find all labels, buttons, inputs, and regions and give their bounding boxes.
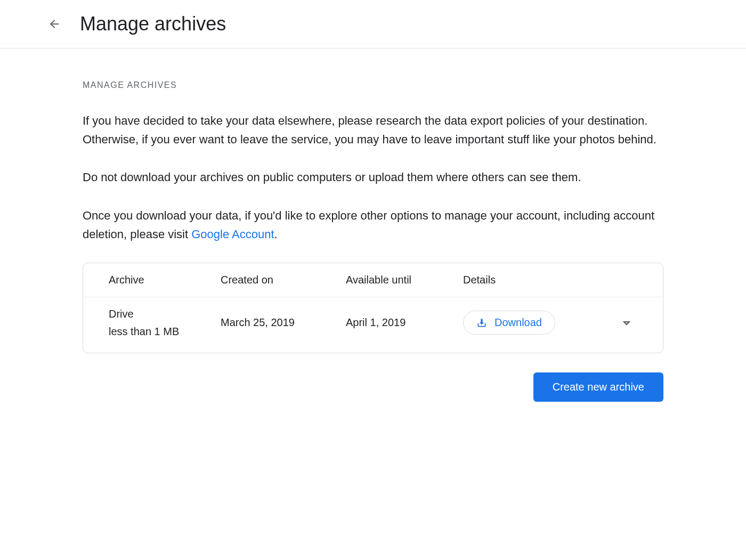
description-paragraph-2: Do not download your archives on public … xyxy=(83,168,663,186)
description-suffix: . xyxy=(274,228,278,241)
header-bar: Manage archives xyxy=(0,0,746,48)
page-title: Manage archives xyxy=(80,13,226,35)
description-text: Once you download your data, if you'd li… xyxy=(83,209,654,241)
content-area: MANAGE ARCHIVES If you have decided to t… xyxy=(83,48,663,402)
available-until-cell: April 1, 2019 xyxy=(346,316,463,329)
arrow-left-icon xyxy=(48,18,61,30)
archive-size: less than 1 MB xyxy=(109,326,221,338)
expand-row-button[interactable] xyxy=(620,316,637,329)
archive-name: Drive xyxy=(109,308,221,320)
description-paragraph-1: If you have decided to take your data el… xyxy=(83,111,663,149)
download-label: Download xyxy=(494,316,542,329)
create-button-row: Create new archive xyxy=(83,372,663,402)
download-icon xyxy=(476,318,487,328)
section-title: MANAGE ARCHIVES xyxy=(83,80,663,90)
table-header-available: Available until xyxy=(346,274,463,286)
download-button[interactable]: Download xyxy=(463,311,555,335)
description-paragraph-3: Once you download your data, if you'd li… xyxy=(83,206,663,244)
table-header-created: Created on xyxy=(221,274,346,286)
table-header-details: Details xyxy=(463,274,637,286)
create-new-archive-button[interactable]: Create new archive xyxy=(533,372,663,402)
details-cell: Download xyxy=(463,311,620,335)
archive-info-cell: Drive less than 1 MB xyxy=(109,308,221,338)
archive-table: Archive Created on Available until Detai… xyxy=(83,263,663,353)
table-header-archive: Archive xyxy=(109,274,221,286)
google-account-link[interactable]: Google Account xyxy=(191,228,274,241)
back-arrow-button[interactable] xyxy=(48,18,61,30)
table-row: Drive less than 1 MB March 25, 2019 Apri… xyxy=(83,297,663,353)
table-header-row: Archive Created on Available until Detai… xyxy=(83,263,663,297)
chevron-down-icon xyxy=(620,316,633,329)
created-on-cell: March 25, 2019 xyxy=(221,316,346,329)
